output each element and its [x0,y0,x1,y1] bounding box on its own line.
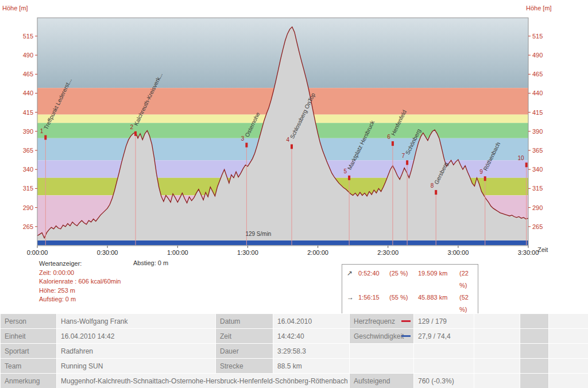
empty-cell [350,359,414,374]
value-time: Zeit: 0:00:00 [39,269,121,278]
activity-report-window: Höhe [m] Höhe [m] 1Treffpunkt Ledererst.… [0,0,588,388]
heart-rate-value: 129 / 179 [414,314,474,329]
empty-cell [474,329,520,344]
unit-label: Einheit [1,329,57,344]
value-descent: Abstieg: 0 m [133,259,168,266]
svg-text:0:00:00: 0:00:00 [27,249,48,256]
svg-text:365: 365 [532,147,543,154]
empty-cell [549,314,588,329]
svg-text:490: 490 [532,52,543,59]
value-calorie-rate: Kalorienrate : 606 kcal/60min [39,277,121,286]
empty-cell [520,314,549,329]
svg-text:265: 265 [23,223,33,230]
svg-text:265: 265 [532,223,543,230]
heart-rate-series-color-dash [401,320,411,322]
svg-text:0:30:00: 0:30:00 [97,249,118,256]
value-elevation: Höhe: 253 m [39,286,121,296]
flat-distance: 45.883 km [418,292,459,316]
speed-label-cell: Geschwindigkeit [350,329,414,344]
ascent-value: 760 (-0.3%) [414,374,474,388]
activity-info-table: Person Hans-Wolfgang Frank Datum 16.04.2… [0,313,588,388]
svg-text:10: 10 [518,155,525,161]
empty-cell [549,344,588,359]
ascent-label: Aufsteigend [350,374,414,388]
svg-text:515: 515 [23,33,33,40]
flat-time: 1:56:15 [358,292,389,316]
svg-text:1: 1 [40,128,44,134]
svg-text:365: 365 [23,147,33,154]
svg-text:5: 5 [344,168,347,174]
svg-text:3: 3 [241,135,245,142]
svg-text:415: 415 [23,109,33,116]
table-row-note: Anmerkung Muggenhof-Kalchreuth-Schnaitta… [1,374,588,388]
value-indicator-title: Werteanzeiger: [39,259,121,269]
duration-label: Dauer [216,344,273,359]
uphill-distance-pct: (22 %) [459,267,473,292]
flat-summary-row: → 1:56:15 (55 %) 45.883 km (52 %) [347,292,473,316]
x-axis-title: Zeit [537,246,548,253]
uphill-time-pct: (25 %) [389,267,418,292]
empty-cell [474,359,520,374]
svg-text:315: 315 [23,185,33,192]
svg-text:340: 340 [23,166,33,173]
uphill-time: 0:52:40 [358,267,389,292]
svg-text:515: 515 [532,33,543,40]
svg-text:1:00:00: 1:00:00 [167,249,188,256]
svg-text:490: 490 [23,52,33,59]
empty-cell [474,374,520,388]
team-label: Team [1,359,57,374]
table-row-unit: Einheit 16.04.2010 14:42 Zeit 14:42:40 G… [1,329,588,344]
empty-cell [414,344,474,359]
empty-cell [520,329,549,344]
empty-cell [520,359,549,374]
svg-text:1:30:00: 1:30:00 [237,249,258,256]
time-label: Zeit [216,329,273,344]
distance-value: 88.5 km [273,359,350,374]
flat-arrow-icon: → [347,292,358,316]
table-row-person: Person Hans-Wolfgang Frank Datum 16.04.2… [1,314,588,329]
uphill-arrow-icon: ↗ [347,267,358,292]
team-value: Running SUN [57,359,216,374]
table-row-team: Team Running SUN Strecke 88.5 km [1,359,588,374]
svg-text:465: 465 [23,71,33,77]
svg-text:8: 8 [431,183,434,189]
empty-cell [414,359,474,374]
svg-text:2: 2 [130,124,133,130]
svg-text:290: 290 [23,204,33,211]
empty-cell [549,374,588,388]
svg-text:3:30:00: 3:30:00 [518,249,539,256]
uphill-summary-row: ↗ 0:52:40 (25 %) 19.509 km (22 %) [347,267,473,292]
table-row-sport: Sportart Radfahren Dauer 3:29:58.3 [1,344,588,359]
speed-value: 27,9 / 74,4 [414,329,474,344]
svg-text:9: 9 [479,169,483,175]
heart-rate-label: Herzfrequenz [354,317,395,325]
speed-series-color-dash [401,335,411,337]
time-value: 14:42:40 [273,329,350,344]
value-indicator-panel: Werteanzeiger: Zeit: 0:00:00 Kalorienrat… [39,259,121,304]
svg-text:415: 415 [532,109,543,116]
sport-label: Sportart [1,344,57,359]
empty-cell [520,344,549,359]
uphill-distance: 19.509 km [418,267,459,292]
empty-cell [474,314,520,329]
unit-value: 16.04.2010 14:42 [57,329,216,344]
svg-text:465: 465 [532,71,543,77]
date-label: Datum [216,314,273,329]
flat-distance-pct: (52 %) [459,292,473,316]
svg-text:315: 315 [532,185,543,192]
value-ascent: Aufstieg: 0 m [39,295,121,304]
empty-cell [549,329,588,344]
flat-time-pct: (55 %) [389,292,418,316]
empty-cell [549,359,588,374]
svg-text:4: 4 [286,137,289,143]
elevation-chart[interactable]: 1Treffpunkt Ledererst...2Kalchreuth-Krei… [0,0,588,258]
svg-text:2:30:00: 2:30:00 [377,249,399,256]
svg-text:2:00:00: 2:00:00 [307,249,328,256]
svg-text:390: 390 [532,128,543,135]
cadence-label: 129 S/min [245,231,271,237]
date-value: 16.04.2010 [273,314,350,329]
note-value: Muggenhof-Kalchreuth-Schnaittach-Osterno… [57,374,350,388]
cadence-bar [37,240,528,245]
person-label: Person [1,314,57,329]
note-label: Anmerkung [1,374,57,388]
